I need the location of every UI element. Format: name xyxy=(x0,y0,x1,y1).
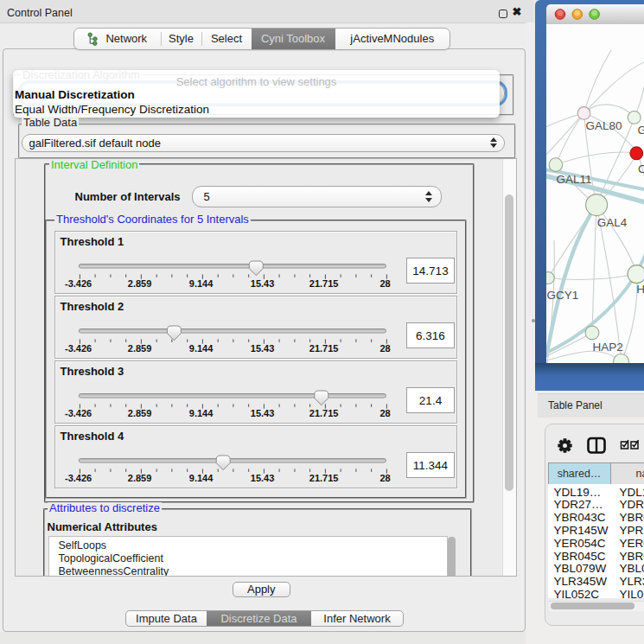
svg-text:15.43: 15.43 xyxy=(251,278,275,289)
svg-text:Threshold 4: Threshold 4 xyxy=(61,430,124,443)
svg-text:2.859: 2.859 xyxy=(128,278,152,289)
svg-text:C: C xyxy=(638,163,644,175)
svg-text:21.715: 21.715 xyxy=(309,408,339,418)
svg-text:15.43: 15.43 xyxy=(251,473,275,483)
svg-text:9.144: 9.144 xyxy=(189,473,214,483)
svg-text:H: H xyxy=(636,283,644,296)
svg-text:GAL4: GAL4 xyxy=(596,215,627,228)
svg-text:Threshold 1: Threshold 1 xyxy=(61,235,124,248)
svg-text:HAP2: HAP2 xyxy=(592,341,622,354)
svg-text:-3.426: -3.426 xyxy=(65,343,92,354)
svg-text:-3.426: -3.426 xyxy=(65,408,92,418)
svg-text:21.715: 21.715 xyxy=(309,473,339,483)
svg-text:GAL11: GAL11 xyxy=(556,173,591,186)
svg-text:28: 28 xyxy=(380,343,391,354)
svg-text:21.715: 21.715 xyxy=(309,343,339,354)
svg-text:9.144: 9.144 xyxy=(189,343,214,354)
svg-text:GAL1: GAL1 xyxy=(637,124,644,137)
svg-text:28: 28 xyxy=(380,473,391,483)
svg-text:-3.426: -3.426 xyxy=(65,278,92,289)
svg-text:9.144: 9.144 xyxy=(189,278,214,289)
svg-text:2.859: 2.859 xyxy=(128,473,152,483)
svg-text:2.859: 2.859 xyxy=(128,408,152,418)
svg-text:Threshold 3: Threshold 3 xyxy=(61,365,124,378)
svg-text:2.859: 2.859 xyxy=(128,343,152,354)
svg-text:GCY1: GCY1 xyxy=(546,288,578,301)
svg-text:Threshold 2: Threshold 2 xyxy=(61,300,124,313)
svg-text:15.43: 15.43 xyxy=(251,408,275,418)
svg-text:28: 28 xyxy=(380,278,391,289)
svg-text:15.43: 15.43 xyxy=(251,343,275,354)
svg-text:21.715: 21.715 xyxy=(309,278,339,289)
svg-text:9.144: 9.144 xyxy=(189,408,214,418)
svg-text:-3.426: -3.426 xyxy=(65,473,92,483)
svg-text:GAL80: GAL80 xyxy=(585,119,622,132)
svg-text:28: 28 xyxy=(380,408,391,418)
